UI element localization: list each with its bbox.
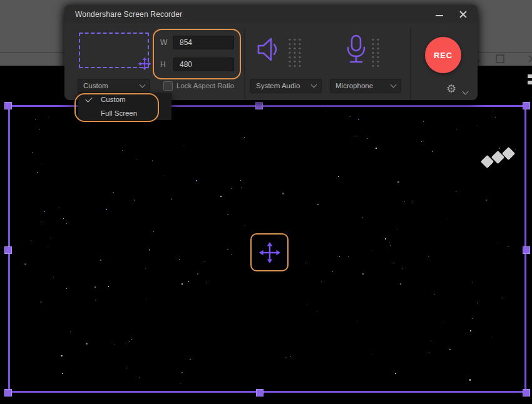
gear-icon[interactable]: ⚙ — [446, 83, 456, 94]
star — [290, 356, 291, 356]
star — [231, 255, 232, 256]
star — [113, 192, 114, 193]
wondershare-logo-icon — [480, 147, 519, 173]
gear-chevron-down-icon[interactable] — [463, 89, 469, 95]
star — [106, 209, 107, 210]
star — [428, 256, 429, 257]
star — [412, 201, 413, 201]
star — [62, 373, 63, 374]
preset-select[interactable]: Custom — [78, 79, 150, 93]
background-artifact — [528, 74, 532, 78]
move-region-button[interactable] — [250, 233, 289, 271]
star — [180, 383, 181, 384]
chevron-down-icon — [391, 82, 397, 88]
lock-aspect-checkbox[interactable] — [163, 81, 173, 91]
star — [282, 193, 284, 194]
resize-handle[interactable] — [256, 389, 263, 396]
star — [44, 211, 45, 212]
menu-item-label: Full Screen — [101, 109, 137, 117]
resize-handle[interactable] — [4, 246, 12, 254]
star — [232, 188, 232, 189]
star — [421, 141, 422, 143]
star — [183, 145, 185, 146]
star — [477, 303, 478, 304]
star — [95, 300, 97, 301]
menu-item-full-screen[interactable]: Full Screen — [78, 106, 171, 120]
system-audio-select[interactable]: System Audio — [250, 79, 322, 93]
star — [140, 377, 140, 378]
resize-handle[interactable] — [523, 102, 530, 109]
star — [470, 330, 472, 332]
star — [188, 281, 189, 282]
star — [61, 355, 63, 357]
minimize-button[interactable] — [434, 11, 445, 19]
width-input[interactable] — [173, 36, 234, 49]
star — [501, 298, 503, 299]
resize-handle[interactable] — [523, 246, 530, 254]
star — [182, 372, 183, 374]
star — [307, 305, 307, 305]
rec-button[interactable]: REC — [425, 37, 461, 73]
star — [149, 249, 151, 251]
background-close-icon[interactable] — [528, 55, 532, 63]
star — [59, 208, 60, 209]
star — [317, 204, 319, 205]
star — [48, 117, 49, 118]
resize-handle[interactable] — [4, 389, 12, 396]
star — [431, 340, 432, 341]
star — [317, 311, 317, 311]
star — [53, 277, 54, 278]
star — [397, 229, 397, 230]
star — [434, 295, 435, 295]
star — [477, 125, 478, 126]
background-artifact — [528, 81, 532, 84]
desktop: Wondershare Screen Recorder W H Custom — [0, 0, 532, 404]
star — [472, 282, 473, 283]
star — [220, 196, 222, 197]
star — [402, 268, 402, 269]
star — [394, 263, 395, 265]
star — [135, 199, 136, 201]
star — [404, 201, 405, 202]
star — [496, 243, 496, 243]
star — [486, 199, 487, 201]
star — [355, 136, 356, 137]
resize-handle[interactable] — [523, 389, 530, 396]
star — [179, 259, 180, 260]
star — [41, 223, 41, 223]
star — [371, 354, 372, 355]
width-label: W — [160, 38, 167, 47]
height-input[interactable] — [173, 58, 234, 71]
microphone-select[interactable]: Microphone — [330, 79, 401, 93]
star — [145, 268, 146, 269]
star — [398, 181, 399, 183]
chevron-down-icon — [311, 82, 317, 88]
star — [115, 345, 115, 345]
star — [35, 119, 36, 120]
star — [197, 273, 198, 275]
star — [362, 217, 363, 218]
preset-select-value: Custom — [83, 82, 140, 89]
resize-handle[interactable] — [4, 102, 12, 109]
star — [48, 246, 48, 247]
star — [389, 242, 390, 243]
star — [66, 223, 67, 224]
star — [423, 121, 424, 122]
star — [131, 339, 133, 340]
star — [397, 181, 398, 183]
star — [400, 283, 401, 285]
star — [372, 250, 372, 251]
background-maximize-icon[interactable] — [496, 54, 504, 63]
star — [325, 111, 326, 112]
resize-handle[interactable] — [255, 102, 263, 109]
star — [122, 150, 123, 151]
star — [492, 337, 493, 338]
star — [136, 159, 136, 160]
menu-item-custom[interactable]: Custom — [78, 93, 171, 106]
star — [146, 299, 146, 300]
close-button[interactable] — [458, 9, 469, 20]
star — [495, 118, 496, 118]
speaker-icon — [255, 36, 284, 63]
move-selection-icon[interactable] — [138, 57, 151, 71]
star — [456, 191, 457, 193]
